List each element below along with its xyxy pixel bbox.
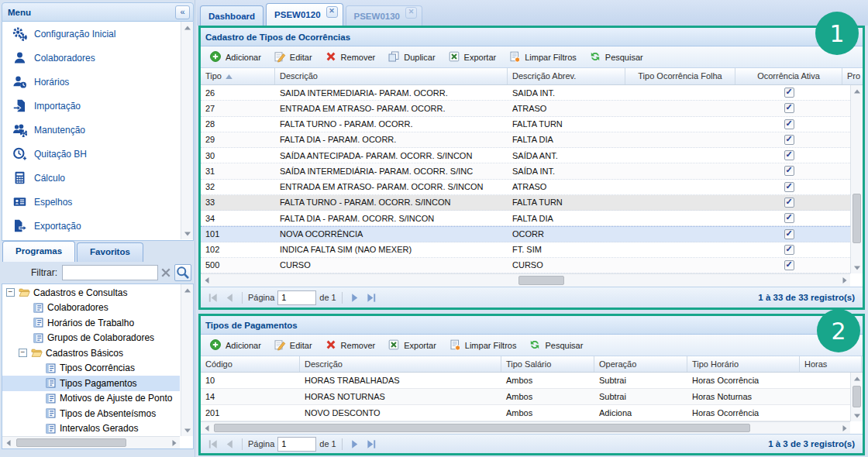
table-row[interactable]: 30SAÍDA ANTECIPADA- PARAM. OCORR. S/INCO… [201,148,850,163]
tree-item-grupos-de-colaboradores[interactable]: Grupos de Colaboradores [2,331,180,346]
scroll-up-button[interactable] [851,85,863,97]
scroll-down-button[interactable] [851,410,863,421]
paging-next-button[interactable] [348,290,362,304]
table-row[interactable]: 201NOVO DESCONTOAmbosAdicionaHoras Ocorr… [201,405,850,421]
search-icon[interactable] [174,264,191,281]
menu-item-espelhos[interactable]: Espelhos [2,190,193,214]
scroll-left-button[interactable] [201,422,212,434]
active-checkbox[interactable] [784,103,794,113]
toolbar-adicionar-button[interactable]: Adicionar [204,336,267,355]
tree-item-tipos-pagamentos[interactable]: Tipos Pagamentos [2,376,180,391]
column-header-tipo-horario[interactable]: Tipo Horário [687,356,800,372]
column-header-ocorrencia-ativa[interactable]: Ocorrência Ativa [735,68,842,84]
tab-dashboard[interactable]: Dashboard [200,5,264,26]
paging-prev-button[interactable] [222,437,236,451]
scroll-down-button[interactable] [851,262,863,273]
toolbar-adicionar-button[interactable]: Adicionar [204,48,267,67]
table-row[interactable]: 101NOVA OCORRÊNCIAOCORR [201,226,850,242]
column-header-operacao[interactable]: Operação [594,356,687,372]
clear-filter-icon[interactable] [158,265,174,280]
tree-item-horarios-de-trabalho[interactable]: Horários de Trabalho [2,315,180,331]
paging-first-button[interactable] [205,290,219,304]
toolbar-pesquisar-button[interactable]: Pesquisar [523,336,588,355]
active-checkbox[interactable] [784,150,794,160]
toolbar-exportar-button[interactable]: Exportar [382,336,442,355]
active-checkbox[interactable] [784,88,794,98]
active-checkbox[interactable] [784,213,794,223]
page-input[interactable] [277,437,316,452]
menu-item-horarios[interactable]: Horários [2,70,193,94]
collapse-toggle-icon[interactable]: − [6,288,15,297]
scroll-down-button[interactable] [181,424,193,436]
column-header-pro[interactable]: Pro [842,68,863,84]
tab-programas[interactable]: Programas [2,241,75,262]
menu-item-calculo[interactable]: Cálculo [2,166,193,190]
table-row[interactable]: 33FALTA TURNO - PARAM. OCORR. S/INCONFAL… [201,195,850,211]
page-input[interactable] [277,290,316,305]
vertical-scrollbar[interactable] [850,85,863,273]
tree-item-cadastros-e-consultas[interactable]: −Cadastros e Consultas [2,285,180,301]
scroll-right-button[interactable] [839,274,850,287]
active-checkbox[interactable] [784,166,794,176]
horizontal-scrollbar[interactable] [201,273,850,287]
paging-next-button[interactable] [348,437,362,451]
vertical-scrollbar[interactable] [181,284,193,436]
menu-item-importacao[interactable]: Importação [2,94,193,118]
paging-last-button[interactable] [365,437,379,451]
column-header-horas[interactable]: Horas [800,356,862,372]
tree-item-motivos-de-ajuste-de-ponto[interactable]: Motivos de Ajuste de Ponto [2,391,180,407]
table-row[interactable]: 26SAIDA INTERMEDIARIA- PARAM. OCORR.SAID… [201,85,850,101]
menu-item-exportacao[interactable]: Exportação [2,214,193,238]
tab-favoritos[interactable]: Favoritos [77,242,143,262]
horizontal-scrollbar[interactable] [2,436,180,448]
column-header-tipo-salario[interactable]: Tipo Salário [501,356,594,372]
active-checkbox[interactable] [784,135,794,145]
tab-psew0120[interactable]: PSEW0120✕ [266,3,343,26]
tab-close-icon[interactable]: ✕ [326,6,338,18]
scroll-up-button[interactable] [181,284,193,296]
toolbar-limpar-filtros-button[interactable]: Limpar Filtros [503,48,582,67]
tree-item-cadastros-basicos[interactable]: −Cadastros Básicos [2,345,180,361]
menu-item-configuracao-inicial[interactable]: Configuração Inicial [2,22,193,46]
table-row[interactable]: 31SAÍDA INTERMEDIÁRIA- PARAM. OCORR. S/I… [201,163,850,179]
column-header-codigo[interactable]: Código [201,356,300,372]
table-row[interactable]: 32ENTRADA EM ATRASO- PARAM. OCORR. S/INC… [201,180,850,195]
column-header-tipo[interactable]: Tipo [201,68,275,84]
toolbar-pesquisar-button[interactable]: Pesquisar [584,48,649,67]
table-row[interactable]: 10HORAS TRABALHADASAmbosSubtraiHoras Oco… [201,373,850,389]
toolbar-editar-button[interactable]: Editar [268,336,318,355]
scroll-down-button[interactable] [181,228,193,239]
scroll-up-button[interactable] [181,22,193,33]
scroll-up-button[interactable] [851,373,863,384]
toolbar-exportar-button[interactable]: Exportar [443,48,502,67]
toolbar-limpar-filtros-button[interactable]: Limpar Filtros [443,336,522,355]
tab-close-icon[interactable]: ✕ [405,7,417,19]
table-row[interactable]: 29FALTA DIA - PARAM. OCORR.FALTA DIA [201,132,850,148]
scrollbar-thumb[interactable] [852,194,861,243]
tree-item-colaboradores[interactable]: Colaboradores [2,301,180,316]
table-row[interactable]: 14HORAS NOTURNASAmbosSubtraiHoras Noturn… [201,389,850,405]
table-row[interactable]: 102INDICA FALTA SIM (NAO MEXER)FT. SIM [201,242,850,258]
table-row[interactable]: 500CURSOCURSO [201,258,850,273]
toolbar-remover-button[interactable]: Remover [319,48,381,67]
table-row[interactable]: 34FALTA DIA - PARAM. OCORR. S/INCONFALTA… [201,211,850,226]
filter-input[interactable] [62,265,158,280]
scroll-left-button[interactable] [2,437,14,448]
menu-item-colaboradores[interactable]: Colaboradores [2,46,193,70]
table-row[interactable]: 27ENTRADA EM ATRASO- PARAM. OCORR.ATRASO [201,101,850,116]
toolbar-duplicar-button[interactable]: Duplicar [382,48,440,67]
vertical-scrollbar[interactable] [181,22,193,239]
horizontal-scrollbar[interactable] [201,421,850,434]
active-checkbox[interactable] [784,198,794,208]
vertical-scrollbar[interactable] [850,373,863,421]
active-checkbox[interactable] [784,182,794,192]
scrollbar-thumb[interactable] [214,424,750,432]
paging-first-button[interactable] [205,437,219,451]
scrollbar-thumb[interactable] [518,276,564,285]
menu-item-quitacao-bh[interactable]: Quitação BH [2,142,193,166]
active-checkbox[interactable] [784,245,794,255]
active-checkbox[interactable] [784,229,794,239]
active-checkbox[interactable] [784,260,794,270]
toolbar-remover-button[interactable]: Remover [319,336,381,355]
collapse-toggle-icon[interactable]: − [19,349,27,357]
